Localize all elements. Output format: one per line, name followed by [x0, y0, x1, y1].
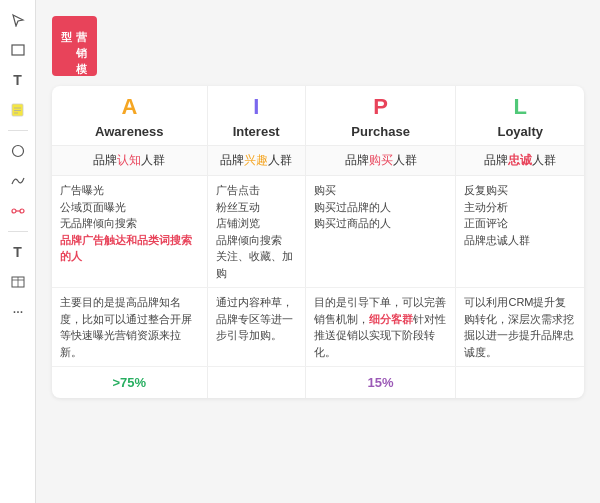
letter-row: A I P L — [52, 86, 584, 122]
curve-icon[interactable] — [6, 169, 30, 193]
cn-label-p: 品牌购买人群 — [305, 146, 456, 176]
rectangle-icon[interactable] — [6, 38, 30, 62]
divider-1 — [8, 130, 28, 131]
circle-icon[interactable] — [6, 139, 30, 163]
toolbar: T T ··· — [0, 0, 36, 503]
stat-a: >75% — [52, 367, 207, 399]
svg-rect-1 — [12, 104, 23, 116]
svg-point-7 — [20, 209, 24, 213]
content-a-2: 主要目的是提高品牌知名度，比如可以通过整合开屏等快速曝光营销资源来拉新。 — [52, 288, 207, 367]
cn-label-a: 品牌认知人群 — [52, 146, 207, 176]
letter-i: I — [207, 86, 305, 122]
cursor-icon[interactable] — [6, 8, 30, 32]
content-i-2: 通过内容种草，品牌专区等进一步引导加购。 — [207, 288, 305, 367]
text-icon[interactable]: T — [6, 68, 30, 92]
tag-label: 营 销 模 型 — [52, 16, 97, 76]
more-icon[interactable]: ··· — [6, 300, 30, 324]
header: 营 销 模 型 — [52, 16, 584, 76]
cn-label-i: 品牌兴趣人群 — [207, 146, 305, 176]
divider-2 — [8, 231, 28, 232]
content-p-1: 购买购买过品牌的人购买过商品的人 — [305, 176, 456, 288]
name-row: Awareness Interest Purchase Loyalty — [52, 122, 584, 146]
stat-l — [456, 367, 584, 399]
svg-point-6 — [12, 209, 16, 213]
content-p-2: 目的是引导下单，可以完善销售机制，细分客群针对性推送促销以实现下阶段转化。 — [305, 288, 456, 367]
note-icon[interactable] — [6, 98, 30, 122]
letter-a: A — [52, 86, 207, 122]
letter-p: P — [305, 86, 456, 122]
cn-label-row: 品牌认知人群 品牌兴趣人群 品牌购买人群 品牌忠诚人群 — [52, 146, 584, 176]
name-purchase: Purchase — [305, 122, 456, 146]
content-l-2: 可以利用CRM提升复购转化，深层次需求挖掘以进一步提升品牌忠诚度。 — [456, 288, 584, 367]
svg-point-5 — [12, 146, 23, 157]
stats-row: >75% 15% — [52, 367, 584, 399]
name-awareness: Awareness — [52, 122, 207, 146]
content-row-1: 广告曝光公域页面曝光无品牌倾向搜索品牌广告触达和品类词搜索的人 广告点击粉丝互动… — [52, 176, 584, 288]
content-row-2: 主要目的是提高品牌知名度，比如可以通过整合开屏等快速曝光营销资源来拉新。 通过内… — [52, 288, 584, 367]
aipl-table: A I P L Awareness Interest Purchase Loya… — [52, 86, 584, 398]
stat-i — [207, 367, 305, 399]
letter-l: L — [456, 86, 584, 122]
text2-icon[interactable]: T — [6, 240, 30, 264]
name-loyalty: Loyalty — [456, 122, 584, 146]
table-icon[interactable] — [6, 270, 30, 294]
connect-icon[interactable] — [6, 199, 30, 223]
content-i-1: 广告点击粉丝互动店铺浏览品牌倾向搜索关注、收藏、加购 — [207, 176, 305, 288]
title-block — [109, 16, 584, 20]
main-content: 营 销 模 型 A I P L Awareness Interest Purch… — [36, 0, 600, 503]
name-interest: Interest — [207, 122, 305, 146]
content-a-1: 广告曝光公域页面曝光无品牌倾向搜索品牌广告触达和品类词搜索的人 — [52, 176, 207, 288]
cn-label-l: 品牌忠诚人群 — [456, 146, 584, 176]
content-l-1: 反复购买主动分析正面评论品牌忠诚人群 — [456, 176, 584, 288]
svg-rect-0 — [12, 45, 24, 55]
stat-p: 15% — [305, 367, 456, 399]
